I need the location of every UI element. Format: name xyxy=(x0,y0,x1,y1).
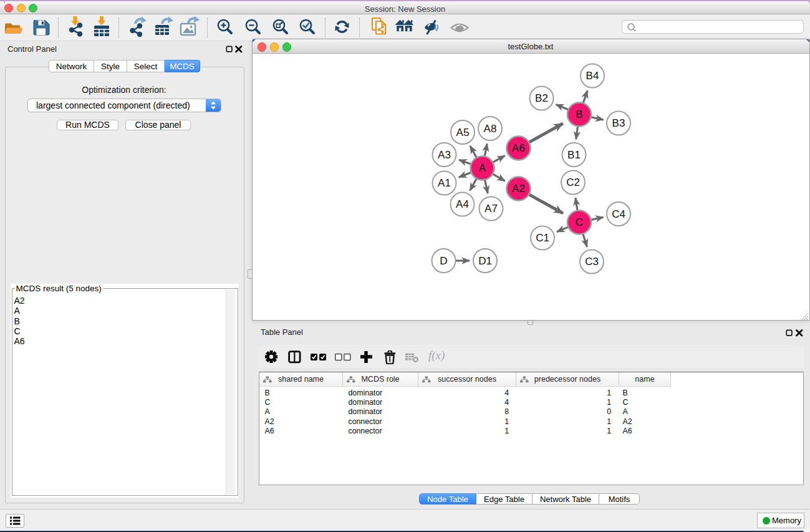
svg-text:B: B xyxy=(576,109,582,120)
svg-text:C: C xyxy=(575,216,582,228)
svg-text:D1: D1 xyxy=(478,255,492,267)
svg-text:D: D xyxy=(440,255,447,267)
svg-text:A8: A8 xyxy=(483,123,496,135)
svg-text:B3: B3 xyxy=(612,117,625,129)
svg-text:B2: B2 xyxy=(535,92,548,104)
svg-text:A: A xyxy=(478,162,486,174)
svg-text:A7: A7 xyxy=(485,203,498,215)
svg-text:A4: A4 xyxy=(456,198,469,210)
svg-text:A6: A6 xyxy=(512,142,525,154)
svg-text:A1: A1 xyxy=(438,177,451,189)
svg-text:A5: A5 xyxy=(456,127,469,138)
svg-text:C4: C4 xyxy=(612,208,625,220)
svg-text:C2: C2 xyxy=(566,177,580,188)
svg-text:B4: B4 xyxy=(586,70,599,82)
svg-text:B1: B1 xyxy=(567,149,581,161)
svg-text:A2: A2 xyxy=(512,183,525,195)
svg-text:C3: C3 xyxy=(585,256,599,268)
svg-text:C1: C1 xyxy=(536,232,549,244)
svg-text:A3: A3 xyxy=(438,149,451,161)
